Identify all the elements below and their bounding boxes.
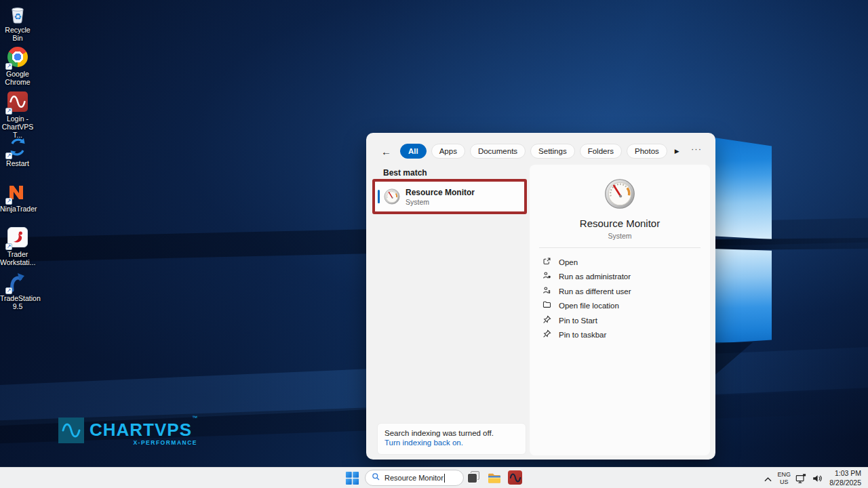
pin-icon: [536, 314, 551, 327]
shortcut-arrow-icon: ↗: [5, 287, 12, 294]
desktop-icon-chartvps-login[interactable]: ↗ Login - ChartVPS T...: [0, 91, 35, 139]
action-run-as-administrator[interactable]: Run as administrator: [536, 270, 703, 284]
chartvps-watermark: CHARTVPS™ X-PERFORMANCE: [58, 418, 197, 446]
detail-title: Resource Monitor: [530, 218, 710, 229]
search-icon: [372, 472, 380, 484]
shortcut-arrow-icon: ↗: [5, 108, 12, 115]
desktop-icon-label: Google Chrome: [0, 70, 35, 87]
action-run-as-different-user[interactable]: Run as different user: [536, 284, 703, 298]
search-input-value: Resource Monitor: [384, 474, 443, 482]
best-match-result[interactable]: Resource Monitor System: [375, 182, 524, 211]
desktop-icon-ninjatrader[interactable]: ↗ NinjaTrader: [0, 182, 35, 214]
network-icon[interactable]: [793, 473, 809, 484]
desktop-icon-label: Recycle Bin: [0, 26, 35, 43]
taskbar-search-input[interactable]: Resource Monitor: [365, 470, 464, 486]
indexing-notice-link[interactable]: Turn indexing back on.: [384, 439, 519, 447]
taskbar: Resource Monitor ENG: [0, 467, 868, 488]
recycle-bin-icon: ♻: [7, 15, 28, 26]
action-pin-to-taskbar[interactable]: Pin to taskbar: [536, 328, 703, 342]
wallpaper-shadow-wedge: [712, 342, 753, 378]
clock[interactable]: 1:03 PM 8/28/2025: [829, 469, 861, 487]
divider: [539, 247, 701, 248]
shortcut-arrow-icon: ↗: [5, 243, 12, 250]
wallpaper-horizon-line: [712, 238, 868, 250]
tray-chevron-up-icon[interactable]: [760, 472, 775, 485]
result-title: Resource Monitor: [406, 188, 475, 197]
stack-front-square: [468, 474, 477, 483]
svg-text:♻: ♻: [14, 12, 22, 22]
more-options-icon[interactable]: ···: [691, 144, 702, 154]
language-indicator[interactable]: ENG US: [775, 471, 793, 485]
best-match-section-label: Best match: [383, 168, 427, 178]
more-tabs-icon[interactable]: ▶: [675, 148, 679, 155]
run-as-admin-icon: [536, 270, 551, 283]
pin-icon: [536, 329, 551, 341]
chartvps-logo-icon: [58, 418, 84, 443]
search-flyout-panel: ← All Apps Documents Settings Folders Ph…: [366, 133, 715, 460]
brand-name: CHARTVPS: [90, 420, 192, 440]
wallpaper-windows-logo-top-pane: [712, 131, 772, 239]
volume-icon[interactable]: [809, 473, 825, 484]
shortcut-arrow-icon: ↗: [5, 198, 12, 205]
text-caret: [444, 474, 445, 483]
tab-documents[interactable]: Documents: [470, 144, 526, 159]
resource-monitor-gauge-icon-large: [604, 178, 635, 209]
desktop: ♻ Recycle Bin ↗ Google Chrome ↗ Login - …: [0, 0, 868, 488]
run-as-user-icon: [536, 285, 551, 298]
search-filter-tabs: ← All Apps Documents Settings Folders Ph…: [381, 142, 683, 161]
desktop-icon-label: Trader Workstati...: [0, 251, 35, 267]
open-icon: [536, 256, 551, 268]
tab-folders[interactable]: Folders: [580, 144, 622, 159]
desktop-icon-label: Login - ChartVPS T...: [0, 115, 35, 139]
selection-accent-bar: [378, 190, 380, 203]
desktop-icon-tradestation[interactable]: ↗ TradeStation 9.5: [0, 271, 35, 311]
chartvps-taskbar-icon[interactable]: [508, 470, 522, 485]
shortcut-arrow-icon: ↗: [5, 152, 12, 159]
tab-photos[interactable]: Photos: [627, 144, 667, 159]
desktop-icon-label: TradeStation 9.5: [0, 295, 35, 311]
tab-settings[interactable]: Settings: [530, 144, 575, 159]
system-tray: ENG US 1:03 PM 8/28/2025: [760, 468, 868, 488]
start-button[interactable]: [345, 471, 359, 485]
desktop-icon-google-chrome[interactable]: ↗ Google Chrome: [0, 46, 35, 87]
tab-apps[interactable]: Apps: [431, 144, 465, 159]
action-pin-to-start[interactable]: Pin to Start: [536, 313, 703, 327]
file-explorer-icon[interactable]: [487, 470, 502, 485]
action-open[interactable]: Open: [536, 255, 703, 269]
desktop-icon-restart[interactable]: ↗ Restart: [0, 136, 35, 168]
desktop-icon-label: NinjaTrader: [0, 205, 35, 214]
shortcut-arrow-icon: ↗: [5, 63, 12, 70]
desktop-icon-recycle-bin[interactable]: ♻ Recycle Bin: [0, 3, 35, 43]
back-icon[interactable]: ←: [381, 146, 391, 157]
tab-all[interactable]: All: [400, 144, 427, 159]
window-stack-icon[interactable]: [467, 470, 482, 485]
detail-subtitle: System: [530, 232, 710, 240]
desktop-icon-trader-workstation[interactable]: ↗ Trader Workstati...: [0, 226, 35, 267]
brand-tm: ™: [192, 415, 197, 421]
result-subtitle: System: [406, 198, 475, 206]
indexing-notice-text: Search indexing was turned off.: [384, 429, 519, 437]
desktop-icon-label: Restart: [0, 160, 35, 168]
resource-monitor-gauge-icon: [384, 188, 400, 205]
wallpaper-windows-logo-bottom-pane: [712, 249, 772, 344]
result-detail-pane: Resource Monitor System Open: [530, 165, 710, 455]
action-open-file-location[interactable]: Open file location: [536, 299, 703, 313]
indexing-notice-card: Search indexing was turned off. Turn ind…: [377, 423, 526, 455]
folder-icon: [536, 300, 551, 312]
